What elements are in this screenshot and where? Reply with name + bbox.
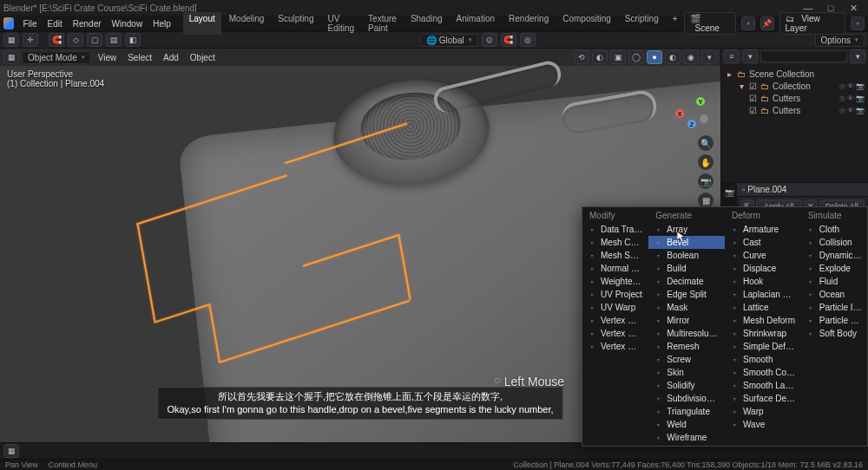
modifier-laplacian-deform[interactable]: ▫Laplacian Deform — [725, 288, 801, 301]
pan-icon[interactable]: ✋ — [698, 154, 713, 170]
camera-icon[interactable]: 📷 — [698, 173, 713, 189]
tab-anim[interactable]: Animation — [450, 12, 501, 35]
outliner-disp-icon[interactable]: ▾ — [742, 49, 758, 63]
modifier-smooth-corrective[interactable]: ▫Smooth Corrective — [725, 366, 801, 379]
modifier-uv-project[interactable]: ▫UV Project — [582, 288, 648, 301]
viewlayer-new-icon[interactable]: ▫ — [851, 16, 865, 30]
pivot-icon[interactable]: ⊙ — [482, 33, 497, 47]
tab-add[interactable]: + — [667, 12, 684, 35]
modifier-decimate[interactable]: ▫Decimate — [648, 275, 725, 288]
modifier-warp[interactable]: ▫Warp — [725, 405, 801, 418]
modifier-mesh-cache[interactable]: ▫Mesh Cache — [582, 236, 648, 249]
menu-render[interactable]: Render — [68, 17, 107, 30]
menu-help[interactable]: Help — [148, 17, 176, 30]
modifier-curve[interactable]: ▫Curve — [725, 249, 801, 262]
modifier-fluid[interactable]: ▫Fluid — [801, 275, 867, 288]
modifier-edge-split[interactable]: ▫Edge Split — [648, 288, 725, 301]
modifier-collision[interactable]: ▫Collision — [801, 236, 867, 249]
modifier-solidify[interactable]: ▫Solidify — [648, 379, 725, 392]
navigation-gizmo[interactable]: Y X Z — [675, 97, 708, 130]
modifier-subdivision-surface[interactable]: ▫Subdivision Surface — [648, 392, 725, 405]
modifier-triangulate[interactable]: ▫Triangulate — [648, 405, 725, 418]
modifier-smooth[interactable]: ▫Smooth — [725, 353, 801, 366]
modifier-mask[interactable]: ▫Mask — [648, 301, 725, 314]
outliner-type-icon[interactable]: ≡ — [724, 49, 740, 63]
tab-script[interactable]: Scripting — [619, 12, 665, 35]
snap-element-icon[interactable]: ◇ — [68, 33, 83, 47]
modifier-weighted-normal[interactable]: ▫Weighted Normal — [582, 275, 648, 288]
scene-pin-icon[interactable]: 📌 — [760, 16, 774, 30]
tab-uv[interactable]: UV Editing — [322, 12, 361, 35]
modifier-soft-body[interactable]: ▫Soft Body — [801, 327, 867, 340]
tab-modeling[interactable]: Modeling — [223, 12, 271, 35]
modifier-particle-system[interactable]: ▫Particle System — [801, 314, 867, 327]
snap-icon[interactable]: 🧲 — [49, 33, 64, 47]
tree-item-cutters-2[interactable]: ☑🗀Cutters◎👁📷 — [725, 104, 865, 116]
modifier-mesh-sequence-cache[interactable]: ▫Mesh Sequence Cache — [582, 249, 648, 262]
modifier-skin[interactable]: ▫Skin — [648, 366, 725, 379]
tab-sculpting[interactable]: Sculpting — [272, 12, 319, 35]
tab-texpaint[interactable]: Texture Paint — [362, 12, 403, 35]
matprev-shade-icon[interactable]: ◐ — [665, 50, 681, 64]
menu-window[interactable]: Window — [107, 17, 148, 30]
modifier-mirror[interactable]: ▫Mirror — [648, 314, 725, 327]
modifier-smooth-laplacian[interactable]: ▫Smooth Laplacian — [725, 379, 801, 392]
snap-mode-icon[interactable]: ▢ — [87, 33, 102, 47]
modifier-uv-warp[interactable]: ▫UV Warp — [582, 301, 648, 314]
tab-layout[interactable]: Layout — [183, 12, 221, 35]
shading-dropdown-icon[interactable]: ▾ — [701, 50, 717, 64]
editor-type-3d-icon[interactable]: ▦ — [3, 50, 19, 64]
modifier-vertex-weight-mix[interactable]: ▫Vertex Weight Mix — [582, 327, 648, 340]
xray-icon[interactable]: ▣ — [610, 50, 626, 64]
viewlayer-selector[interactable]: 🗂 View Layer — [779, 12, 846, 35]
cursor-tool-icon[interactable]: ✛ — [23, 33, 38, 47]
ptab-render-icon[interactable]: 📷 — [721, 185, 737, 200]
tree-item-cutters-1[interactable]: ☑🗀Cutters◎👁📷 — [725, 92, 865, 104]
gizmo-icon[interactable]: ⟲ — [574, 50, 589, 64]
modifier-simple-deform[interactable]: ▫Simple Deform — [725, 340, 801, 353]
modifier-multiresolution[interactable]: ▫Multiresolution — [648, 327, 725, 340]
outliner-search-input[interactable] — [760, 50, 847, 62]
modifier-lattice[interactable]: ▫Lattice — [725, 301, 801, 314]
outliner-filter-icon[interactable]: ▾ — [850, 49, 865, 63]
modifier-displace[interactable]: ▫Displace — [725, 262, 801, 275]
tab-render[interactable]: Rendering — [503, 12, 555, 35]
solid-shade-icon[interactable]: ● — [647, 50, 662, 64]
modifier-shrinkwrap[interactable]: ▫Shrinkwrap — [725, 327, 801, 340]
prop-edit-icon[interactable]: ◎ — [520, 33, 536, 47]
modifier-hook[interactable]: ▫Hook — [725, 275, 801, 288]
snap-toggle-icon[interactable]: 🧲 — [501, 33, 516, 47]
snap-target-icon[interactable]: ▤ — [106, 33, 122, 47]
modifier-weld[interactable]: ▫Weld — [648, 418, 725, 431]
modifier-normal-edit[interactable]: ▫Normal Edit — [582, 262, 648, 275]
menu-edit[interactable]: Edit — [43, 17, 68, 30]
modifier-screw[interactable]: ▫Screw — [648, 353, 725, 366]
modifier-surface-deform[interactable]: ▫Surface Deform — [725, 392, 801, 405]
modifier-ocean[interactable]: ▫Ocean — [801, 288, 867, 301]
viewport-menu-add[interactable]: Add — [159, 53, 183, 62]
modifier-cast[interactable]: ▫Cast — [725, 236, 801, 249]
tab-comp[interactable]: Compositing — [556, 12, 617, 35]
tab-shading[interactable]: Shading — [404, 12, 449, 35]
modifier-wireframe[interactable]: ▫Wireframe — [648, 431, 725, 444]
viewport-menu-view[interactable]: View — [94, 53, 122, 62]
modifier-particle-instance[interactable]: ▫Particle Instance — [801, 301, 867, 314]
tree-collection[interactable]: ▾☑🗀Collection◎👁📷 — [725, 80, 865, 92]
modifier-vertex-weight-edit[interactable]: ▫Vertex Weight Edit — [582, 314, 648, 327]
modifier-dynamic-paint[interactable]: ▫Dynamic Paint — [801, 249, 867, 262]
modifier-explode[interactable]: ▫Explode — [801, 262, 867, 275]
scene-selector[interactable]: 🎬 Scene — [684, 12, 737, 35]
modifier-vertex-weight-proximity[interactable]: ▫Vertex Weight Proximity — [582, 340, 648, 353]
overlay-icon[interactable]: ◐ — [592, 50, 608, 64]
modifier-remesh[interactable]: ▫Remesh — [648, 340, 725, 353]
modifier-array[interactable]: ▫Array — [648, 223, 725, 236]
zoom-icon[interactable]: 🔍 — [698, 135, 713, 151]
modifier-bevel[interactable]: ▫Bevel — [648, 236, 725, 249]
modifier-mesh-deform[interactable]: ▫Mesh Deform — [725, 314, 801, 327]
transform-orient[interactable]: 🌐 Global — [420, 34, 478, 47]
menu-file[interactable]: File — [17, 17, 42, 30]
mode-dropdown[interactable]: Object Mode — [22, 51, 91, 64]
modifier-wave[interactable]: ▫Wave — [725, 418, 801, 431]
modifier-armature[interactable]: ▫Armature — [725, 223, 801, 236]
modifier-boolean[interactable]: ▫Boolean — [648, 249, 725, 262]
